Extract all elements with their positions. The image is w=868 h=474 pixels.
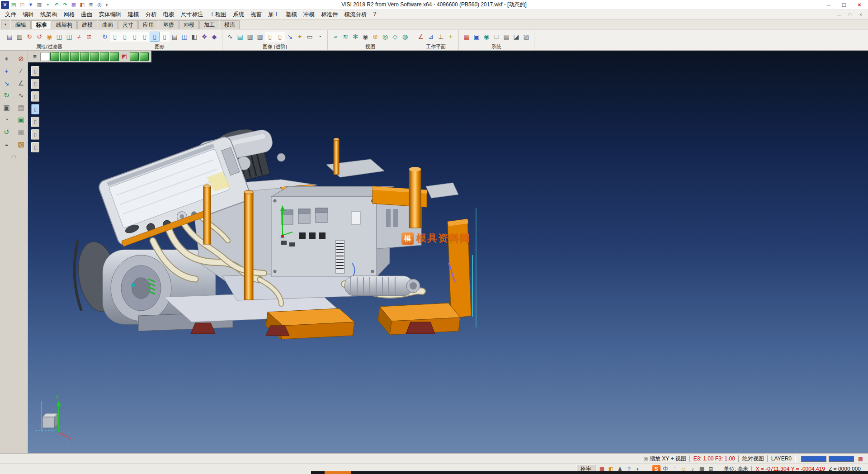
axonometric-view-icon[interactable] bbox=[130, 52, 139, 61]
bar-icon[interactable]: ▯ bbox=[265, 32, 275, 42]
3d-model[interactable] bbox=[28, 51, 868, 453]
rotate-icon[interactable]: ↻ bbox=[1, 90, 12, 100]
filter-target-icon[interactable]: ◉ bbox=[44, 32, 54, 42]
bar-icon[interactable]: ▯ bbox=[110, 32, 120, 42]
filter-strip-icon[interactable]: ▯ bbox=[31, 142, 39, 152]
panel-icon[interactable]: ◫ bbox=[179, 32, 189, 42]
extend-icon[interactable]: ↘ bbox=[1, 78, 12, 88]
film2-icon[interactable]: ▥ bbox=[255, 32, 265, 42]
shade-icon[interactable]: ▤ bbox=[235, 32, 245, 42]
undo-icon[interactable]: ↶ bbox=[52, 1, 61, 9]
menu-item-?[interactable]: ? bbox=[370, 10, 380, 19]
target-icon[interactable]: ◎ bbox=[95, 1, 104, 9]
add-icon[interactable]: + bbox=[44, 1, 52, 9]
menu-item-线架构[interactable]: 线架构 bbox=[37, 10, 61, 19]
front-view-icon[interactable] bbox=[70, 52, 79, 61]
match-icon[interactable]: ◫ bbox=[64, 32, 74, 42]
grid2-icon[interactable]: ▦ bbox=[501, 32, 511, 42]
view-icon[interactable]: ◧ bbox=[78, 1, 86, 9]
bar-icon[interactable]: ▯ bbox=[140, 32, 150, 42]
table-icon[interactable]: ▤ bbox=[170, 32, 179, 42]
color-grid-icon[interactable]: ▦ bbox=[462, 32, 472, 42]
attributes-icon[interactable]: ▤ bbox=[5, 32, 14, 42]
zoom-check-icon[interactable]: ◉ bbox=[360, 32, 370, 42]
exclude-icon[interactable]: ≠ bbox=[74, 32, 84, 42]
menu-item-编辑[interactable]: 编辑 bbox=[19, 10, 37, 19]
save-icon[interactable]: ▼ bbox=[27, 1, 35, 9]
diamond-icon[interactable]: ❖ bbox=[199, 32, 209, 42]
undo-icon[interactable]: ↺ bbox=[1, 127, 12, 137]
wave-icon[interactable]: ≈ bbox=[330, 32, 340, 42]
slant-icon[interactable]: ◪ bbox=[511, 32, 521, 42]
blank-icon[interactable]: □ bbox=[491, 32, 501, 42]
status-mini-icon[interactable]: ▩ bbox=[857, 455, 864, 463]
monitor-icon[interactable]: ▣ bbox=[472, 32, 481, 42]
ribbon-tab-应用[interactable]: 应用 bbox=[138, 20, 158, 29]
menu-item-塑模[interactable]: 塑模 bbox=[283, 10, 300, 19]
grid-icon[interactable]: ▦ bbox=[70, 1, 78, 9]
triangle-icon[interactable]: ⊿ bbox=[426, 32, 436, 42]
snow-icon[interactable]: ✻ bbox=[350, 32, 360, 42]
filter-strip-icon[interactable]: ▯ bbox=[31, 117, 39, 127]
menu-item-视窗[interactable]: 视窗 bbox=[247, 10, 265, 19]
sphere-icon[interactable]: ◍ bbox=[400, 32, 410, 42]
spark-icon[interactable]: ✦ bbox=[295, 32, 305, 42]
open-file-icon[interactable]: ◰ bbox=[18, 1, 26, 9]
redo-icon[interactable]: ↷ bbox=[61, 1, 69, 9]
close-button[interactable]: × bbox=[852, 0, 867, 9]
menu-item-电极[interactable]: 电极 bbox=[160, 10, 178, 19]
view-mode-button[interactable]: 绝对视图 bbox=[742, 455, 764, 463]
ribbon-tab-编辑[interactable]: 编辑 bbox=[11, 20, 31, 29]
arc-icon[interactable]: ◔ bbox=[1, 114, 12, 124]
move-icon[interactable]: + bbox=[1, 66, 12, 76]
filter-strip-icon[interactable]: ▯ bbox=[31, 66, 39, 76]
perpendicular-icon[interactable]: ⊥ bbox=[436, 32, 446, 42]
focus-icon[interactable]: ◎ bbox=[380, 32, 390, 42]
filter-strip-active-icon[interactable]: ▯ bbox=[31, 104, 39, 114]
ribbon-tab-线架构[interactable]: 线架构 bbox=[52, 20, 77, 29]
mdi-minimize-button[interactable]: — bbox=[834, 11, 844, 19]
section-view-icon[interactable]: ◩ bbox=[120, 52, 129, 61]
quick-access-dropdown-icon[interactable]: ▾ bbox=[104, 1, 110, 9]
zoom-mode-icon[interactable]: ◎ bbox=[642, 455, 650, 463]
solid-icon[interactable]: ◆ bbox=[209, 32, 219, 42]
visi-logo[interactable]: V bbox=[1, 1, 9, 9]
mdi-close-button[interactable]: × bbox=[855, 11, 866, 19]
bar-icon[interactable]: ▯ bbox=[130, 32, 140, 42]
taskbar-app-sliver[interactable] bbox=[325, 471, 351, 474]
line-icon[interactable]: ∕ bbox=[16, 66, 27, 76]
menu-item-工程图[interactable]: 工程图 bbox=[207, 10, 230, 19]
bar-selected-icon[interactable]: ▯ bbox=[150, 32, 160, 42]
swap-icon[interactable]: ↻ bbox=[24, 32, 34, 42]
menu-item-实体编辑[interactable]: 实体编辑 bbox=[96, 10, 125, 19]
menu-item-加工[interactable]: 加工 bbox=[265, 10, 283, 19]
ribbon-tab-建模[interactable]: 建模 bbox=[77, 20, 97, 29]
select-icon[interactable]: ⌖ bbox=[1, 53, 12, 63]
ribbon-tab-塑膜[interactable]: 塑膜 bbox=[159, 20, 179, 29]
layer-button[interactable]: LAYER0 bbox=[771, 455, 792, 462]
bar-icon[interactable]: ▯ bbox=[160, 32, 170, 42]
hatch-icon[interactable]: ▨ bbox=[521, 32, 531, 42]
model-right-assembly[interactable] bbox=[373, 167, 476, 327]
film-icon[interactable]: ▥ bbox=[245, 32, 255, 42]
equal-icon[interactable]: ≌ bbox=[84, 32, 94, 42]
menu-item-模流分析[interactable]: 模流分析 bbox=[341, 10, 370, 19]
arrow-icon[interactable]: ↘ bbox=[285, 32, 295, 42]
iso-view-icon[interactable] bbox=[50, 52, 59, 61]
globe-icon[interactable]: ◉ bbox=[481, 32, 491, 42]
compare-icon[interactable]: ◫ bbox=[54, 32, 64, 42]
bar-icon[interactable]: ▯ bbox=[120, 32, 130, 42]
sheet-icon[interactable]: ▱ bbox=[9, 151, 19, 161]
ribbon-tab-尺寸[interactable]: 尺寸 bbox=[118, 20, 138, 29]
blank-view-icon[interactable] bbox=[40, 52, 49, 61]
curve-icon[interactable]: ∿ bbox=[16, 90, 27, 100]
ribbon-tab-标准[interactable]: 标准 bbox=[31, 20, 51, 29]
menu-item-曲面[interactable]: 曲面 bbox=[78, 10, 96, 19]
list-icon[interactable]: ≣ bbox=[87, 1, 95, 9]
menu-item-网格[interactable]: 网格 bbox=[61, 10, 78, 19]
gem-icon[interactable]: ◇ bbox=[390, 32, 400, 42]
menu-item-尺寸标注[interactable]: 尺寸标注 bbox=[178, 10, 207, 19]
mdi-restore-button[interactable]: □ bbox=[844, 11, 855, 19]
plane-angle-icon[interactable]: ∠ bbox=[416, 32, 426, 42]
filter-strip-icon[interactable]: ▯ bbox=[31, 79, 39, 89]
